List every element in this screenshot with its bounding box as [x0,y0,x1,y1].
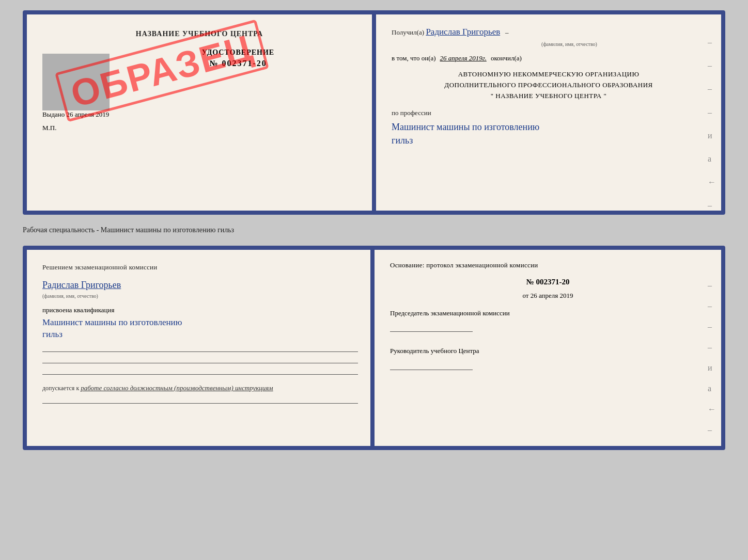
bottom-section-title: Решением экзаменационной комиссии [42,262,358,273]
bottom-profession: Машинист машины по изготовлению гильз [42,316,358,341]
mp-label: М.П. [42,124,356,132]
org-line1: АВТОНОМНУЮ НЕКОММЕРЧЕСКУЮ ОРГАНИЗАЦИЮ [392,69,706,80]
profession-hw2: гильз [392,135,413,146]
head-block: Руководитель учебного Центра [390,346,706,374]
recipient-name: Радислав Григорьев [426,27,500,37]
underline3 [42,365,358,375]
allow-prefix: допускается к [42,385,79,392]
underline4 [42,394,358,404]
qualification-label: присвоена квалификация [42,306,358,314]
bottom-document: Решением экзаменационной комиссии Радисл… [23,246,725,450]
completed-suffix: окончил(а) [491,53,522,64]
chairman-title: Председатель экзаменационной комиссии [390,308,706,319]
org-line3: " НАЗВАНИЕ УЧЕБНОГО ЦЕНТРА " [392,91,706,102]
profession-label: по профессии [392,107,706,119]
date-value: 26 апреля 2019 [531,292,573,299]
profession-hw1: Машинист машины по изготовлению [392,122,539,132]
completed-line: в том, что он(а) 26 апреля 2019г. окончи… [392,53,706,64]
name-sublabel: (фамилия, имя, отчество) [433,40,706,49]
allow-line: допускается к работе согласно должностны… [42,384,358,392]
issued-date: 26 апреля 2019 [67,110,110,118]
profession-block: по профессии Машинист машины по изготовл… [392,107,706,147]
top-left-page: НАЗВАНИЕ УЧЕБНОГО ЦЕНТРА УДОСТОВЕРЕНИЕ №… [27,14,372,211]
head-title: Руководитель учебного Центра [390,346,706,357]
chairman-block: Председатель экзаменационной комиссии [390,308,706,336]
completed-date: 26 апреля 2019г. [440,53,487,64]
right-side-dashes: – – – – и а ← – – [708,35,716,215]
underline2 [42,354,358,363]
cert-issued: Выдано 26 апреля 2019 [42,110,356,119]
photo-placeholder [42,54,110,110]
head-sign-line [390,361,473,370]
recipient-line: Получил(а) Радислав Григорьев – (фамилия… [392,25,706,49]
profession-handwritten: Машинист машины по изготовлению гильз [392,121,706,147]
issued-label: Выдано [42,110,65,118]
protocol-date: от 26 апреля 2019 [390,292,706,300]
basis-title: Основание: протокол экзаменационной коми… [390,260,706,270]
bottom-right-page: Основание: протокол экзаменационной коми… [375,250,721,446]
date-prefix: от [522,292,528,299]
org-block: АВТОНОМНУЮ НЕКОММЕРЧЕСКУЮ ОРГАНИЗАЦИЮ ДО… [392,69,706,101]
bottom-person-name: Радислав Григорьев [42,280,358,291]
specialty-label: Рабочая специальность - Машинист машины … [23,224,725,236]
bottom-divider [370,250,375,446]
protocol-number: № 002371-20 [390,278,706,286]
completed-prefix: в том, что он(а) [392,53,436,64]
allow-hw: работе согласно должностным (производств… [81,384,273,392]
bottom-name-sublabel: (фамилия, имя, отчество) [42,293,98,299]
top-divider [372,14,376,211]
top-document: НАЗВАНИЕ УЧЕБНОГО ЦЕНТРА УДОСТОВЕРЕНИЕ №… [23,10,725,215]
qualification-hw1: Машинист машины по изготовлению [42,317,182,327]
top-right-page: Получил(а) Радислав Григорьев – (фамилия… [376,14,721,211]
org-line2: ДОПОЛНИТЕЛЬНОГО ПРОФЕССИОНАЛЬНОГО ОБРАЗО… [392,80,706,91]
received-label: Получил(а) [392,28,424,36]
top-center-name: НАЗВАНИЕ УЧЕБНОГО ЦЕНТРА [42,30,356,38]
qualification-hw2: гильз [42,329,63,339]
chairman-sign-line [390,323,473,332]
bottom-left-page: Решением экзаменационной комиссии Радисл… [27,250,370,446]
right-dashes-bottom: – – – – и а ← – – [708,281,716,450]
underline1 [42,343,358,352]
